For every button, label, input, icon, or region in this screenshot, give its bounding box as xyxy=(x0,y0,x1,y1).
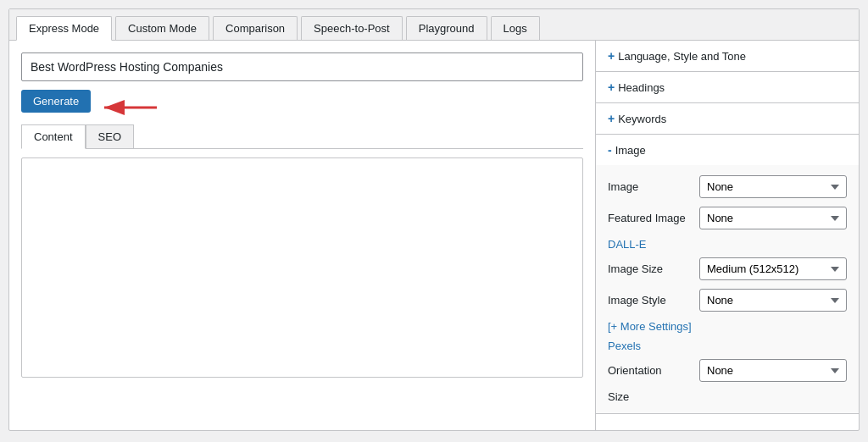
image-field-row: Image None Auto Manual xyxy=(608,175,847,198)
accordion-keywords-sign: + xyxy=(608,112,615,125)
image-select[interactable]: None Auto Manual xyxy=(699,175,847,198)
accordion-image-header[interactable]: - Image xyxy=(596,135,859,165)
tab-custom-mode[interactable]: Custom Mode xyxy=(115,16,209,40)
size-field-row: Size xyxy=(608,390,847,403)
orientation-select[interactable]: None Landscape Portrait Square xyxy=(699,359,847,382)
accordion-headings-label: Headings xyxy=(618,81,665,94)
generate-arrow-container: Generate xyxy=(21,90,91,124)
accordion-language: + Language, Style and Tone xyxy=(596,41,859,72)
generate-button[interactable]: Generate xyxy=(21,90,91,113)
tab-express-mode[interactable]: Express Mode xyxy=(16,16,112,41)
image-field-label: Image xyxy=(608,180,693,193)
featured-image-label: Featured Image xyxy=(608,212,693,224)
main-tabs: Express Mode Custom Mode Comparison Spee… xyxy=(9,9,859,41)
tab-speech-to-post[interactable]: Speech-to-Post xyxy=(301,16,403,40)
accordion-image: - Image Image None Auto Manual xyxy=(596,135,859,414)
image-style-field-row: Image Style None Vivid Natural xyxy=(608,289,847,312)
accordion-language-label: Language, Style and Tone xyxy=(618,50,746,63)
accordion-headings-sign: + xyxy=(608,80,615,94)
accordion-keywords: + Keywords xyxy=(596,103,859,135)
accordion-image-label: Image xyxy=(615,144,646,157)
image-style-select[interactable]: None Vivid Natural xyxy=(699,289,847,312)
image-size-select[interactable]: Small (256x256) Medium (512x512) Large (… xyxy=(699,257,847,280)
orientation-field-row: Orientation None Landscape Portrait Squa… xyxy=(608,359,847,382)
accordion-language-header[interactable]: + Language, Style and Tone xyxy=(596,41,859,71)
red-arrow-icon xyxy=(97,96,165,119)
tab-logs[interactable]: Logs xyxy=(491,16,540,40)
sub-tab-content[interactable]: Content xyxy=(21,124,86,149)
size-label: Size xyxy=(608,390,693,403)
tab-comparison[interactable]: Comparison xyxy=(213,16,298,40)
accordion-keywords-header[interactable]: + Keywords xyxy=(596,103,859,134)
right-panel: + Language, Style and Tone + Headings + … xyxy=(596,41,859,430)
accordion-image-body: Image None Auto Manual Featured Image No… xyxy=(596,165,859,413)
dalle-link[interactable]: DALL-E xyxy=(608,238,847,251)
image-style-label: Image Style xyxy=(608,294,693,307)
featured-image-field-row: Featured Image None Auto Manual xyxy=(608,207,847,229)
accordion-language-sign: + xyxy=(608,49,615,63)
topic-input[interactable]: Best WordPress Hosting Companies xyxy=(21,52,583,81)
accordion-keywords-label: Keywords xyxy=(618,113,666,125)
image-size-label: Image Size xyxy=(608,262,693,275)
accordion-image-sign: - xyxy=(608,143,612,157)
left-panel: Best WordPress Hosting Companies Generat… xyxy=(9,41,596,430)
sub-tab-seo[interactable]: SEO xyxy=(86,124,134,148)
featured-image-select[interactable]: None Auto Manual xyxy=(699,207,847,229)
pexels-link[interactable]: Pexels xyxy=(608,340,847,352)
accordion-headings: + Headings xyxy=(596,72,859,103)
sub-tabs: Content SEO xyxy=(21,124,583,149)
more-settings-link[interactable]: [+ More Settings] xyxy=(608,320,847,333)
accordion-headings-header[interactable]: + Headings xyxy=(596,72,859,102)
content-area xyxy=(21,157,583,378)
orientation-label: Orientation xyxy=(608,364,693,377)
tab-playground[interactable]: Playground xyxy=(406,16,487,40)
image-size-field-row: Image Size Small (256x256) Medium (512x5… xyxy=(608,257,847,280)
